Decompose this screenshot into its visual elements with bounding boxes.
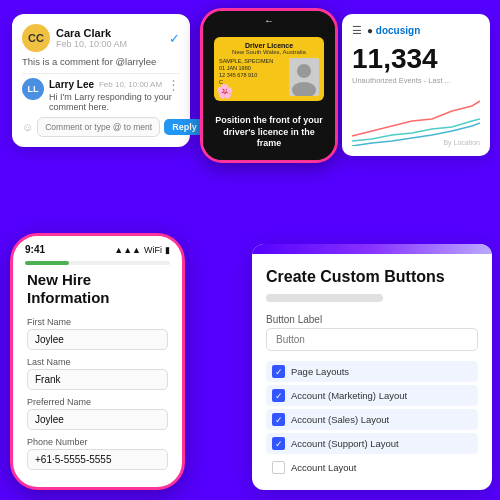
reply-content: Larry Lee Feb 10, 10:00 AM ⋮ Hi I'm Larr… [49,78,180,112]
phone-notch-bar: 9:41 ▲▲▲ WiFi ▮ [13,236,182,257]
driver-license-phone: ← Driver Licence New South Wales, Austra… [200,8,338,163]
form-title: New Hire Information [27,271,168,307]
comment-input-row: ☺ Reply [22,117,180,137]
checkbox-account[interactable]: ✓ Account Layout [266,457,478,478]
license-caption-text: Position the front of your driver's lice… [211,115,327,150]
card-top-bar [252,244,492,254]
gray-bar-short [266,294,383,302]
signal-icon: ▲▲▲ [114,245,141,255]
card-title: Create Custom Buttons [266,268,478,286]
checkbox-icon-1: ✓ [272,365,285,378]
reply-name-row: Larry Lee Feb 10, 10:00 AM ⋮ [49,78,180,91]
back-arrow-icon[interactable]: ← [264,15,274,26]
checkbox-page-layouts[interactable]: ✓ Page Layouts [266,361,478,382]
progress-bar-fill [25,261,69,265]
checkbox-label-1: Page Layouts [291,366,349,377]
comment-text: This is a comment for @larrylee [22,56,180,67]
button-label-input[interactable] [266,328,478,351]
phone-status-icons: ▲▲▲ WiFi ▮ [114,245,170,255]
comment-input[interactable] [37,117,160,137]
checkbox-marketing[interactable]: ✓ Account (Marketing) Layout [266,385,478,406]
checkbox-label-3: Account (Sales) Layout [291,414,389,425]
reply-avatar: LL [22,78,44,100]
checkbox-support[interactable]: ✓ Account (Support) Layout [266,433,478,454]
checkbox-icon-4: ✓ [272,437,285,450]
reply-row: LL Larry Lee Feb 10, 10:00 AM ⋮ Hi I'm L… [22,78,180,112]
license-subtitle: New South Wales, Australia [219,49,319,55]
license-image-area: Driver Licence New South Wales, Australi… [203,29,335,109]
custom-buttons-card: Create Custom Buttons Button Label ✓ Pag… [252,244,492,490]
docusign-chart: By Location [352,91,480,146]
comment-card: CC Cara Clark Feb 10, 10:00 AM ✓ This is… [12,14,190,147]
progress-bar-container [13,261,182,265]
license-title: Driver Licence [219,42,319,49]
checkbox-label-5: Account Layout [291,462,357,473]
wifi-icon: WiFi [144,245,162,255]
new-hire-phone: 9:41 ▲▲▲ WiFi ▮ New Hire Information Fir… [10,233,185,490]
checkbox-icon-5: ✓ [272,461,285,474]
docusign-logo: ● docusign [367,25,420,36]
reply-text: Hi I'm Larry responding to your comment … [49,92,180,112]
checkbox-label-2: Account (Marketing) Layout [291,390,407,401]
license-text-col: SAMPLE, SPECIMEN 01 JAN 1980 12 345 678 … [219,58,285,86]
battery-icon: ▮ [165,245,170,255]
reply-date: Feb 10, 10:00 AM [99,80,162,89]
phone-top-bar: ← [203,11,335,29]
reply-name: Larry Lee [49,79,94,90]
chart-location-label: By Location [443,139,480,146]
docusign-number: 11,334 [352,43,480,75]
checkbox-sales[interactable]: ✓ Account (Sales) Layout [266,409,478,430]
preferred-name-input[interactable] [27,409,168,430]
check-icon: ✓ [169,31,180,46]
preferred-name-label: Preferred Name [27,397,168,407]
license-field-3: 12 345 678 910 [219,72,285,78]
checkbox-icon-2: ✓ [272,389,285,402]
license-card: Driver Licence New South Wales, Australi… [214,37,324,101]
docusign-label: Unauthorized Events - Last ... [352,76,480,85]
license-field-1: SAMPLE, SPECIMEN [219,58,285,64]
license-body: SAMPLE, SPECIMEN 01 JAN 1980 12 345 678 … [219,58,319,96]
commenter-name: Cara Clark [56,27,163,39]
comment-name-block: Cara Clark Feb 10, 10:00 AM [56,27,163,49]
checkbox-icon-3: ✓ [272,413,285,426]
avatar: CC [22,24,50,52]
checkbox-label-4: Account (Support) Layout [291,438,399,449]
phone-form-content: New Hire Information First Name Last Nam… [13,271,182,477]
phone-number-input[interactable] [27,449,168,470]
docusign-card: ☰ ● docusign 11,334 Unauthorized Events … [342,14,490,156]
first-name-input[interactable] [27,329,168,350]
last-name-input[interactable] [27,369,168,390]
emoji-icon[interactable]: ☺ [22,121,33,133]
license-field-2: 01 JAN 1980 [219,65,285,71]
phone-time: 9:41 [25,244,45,255]
last-name-label: Last Name [27,357,168,367]
more-icon[interactable]: ⋮ [167,78,180,91]
license-photo [289,58,319,96]
hamburger-icon[interactable]: ☰ [352,24,362,37]
comment-date: Feb 10, 10:00 AM [56,39,163,49]
divider [22,73,180,74]
reply-button[interactable]: Reply [164,119,205,135]
docusign-header: ☰ ● docusign [352,24,480,37]
button-label-field-label: Button Label [266,314,478,325]
card-body: Create Custom Buttons Button Label ✓ Pag… [252,254,492,490]
flower-icon: 🌸 [216,83,233,99]
comment-header: CC Cara Clark Feb 10, 10:00 AM ✓ [22,24,180,52]
phone-number-label: Phone Number [27,437,168,447]
comment-icons: ☺ [22,121,33,133]
svg-point-1 [297,64,311,78]
phone-caption: Position the front of your driver's lice… [203,109,335,160]
progress-bar-background [25,261,170,265]
checkbox-list: ✓ Page Layouts ✓ Account (Marketing) Lay… [266,361,478,478]
first-name-label: First Name [27,317,168,327]
